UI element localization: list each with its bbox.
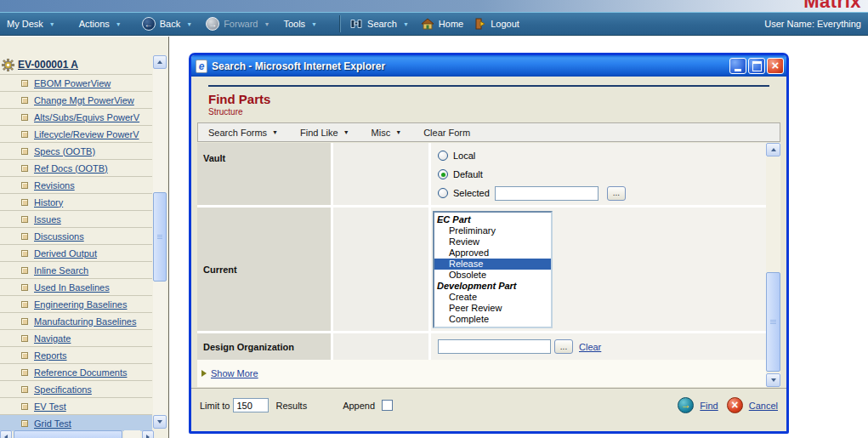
sidebar-item-ref-docs-ootb[interactable]: Ref Docs (OOTB) xyxy=(0,159,152,176)
dialog-vertical-scrollbar[interactable] xyxy=(766,143,780,387)
scroll-down-button[interactable] xyxy=(766,373,780,387)
sidebar-horizontal-scrollbar[interactable] xyxy=(0,430,154,438)
sidebar-item-used-in-baselines[interactable]: Used In Baselines xyxy=(0,278,152,295)
vault-radio-selected[interactable]: Selected ... xyxy=(438,184,759,202)
sidebar-link[interactable]: Derived Output xyxy=(34,248,97,259)
menu-misc[interactable]: Misc xyxy=(372,128,402,138)
show-more-link[interactable]: Show More xyxy=(211,368,258,378)
scrollbar-thumb[interactable] xyxy=(766,272,780,372)
sidebar-link[interactable]: Lifecycle/Review PowerV xyxy=(34,129,139,139)
sidebar-item-lifecycle-review[interactable]: Lifecycle/Review PowerV xyxy=(0,125,152,142)
sidebar-link[interactable]: Navigate xyxy=(34,333,71,344)
limit-input[interactable] xyxy=(233,398,269,412)
sidebar-item-issues[interactable]: Issues xyxy=(0,210,152,227)
sidebar-item-discussions[interactable]: Discussions xyxy=(0,227,152,244)
show-more[interactable]: Show More xyxy=(201,368,766,378)
menu-search-forms[interactable]: Search Forms xyxy=(208,128,278,138)
sidebar-link[interactable]: Specifications xyxy=(34,384,92,395)
sidebar-item-inline-search[interactable]: Inline Search xyxy=(0,261,152,278)
sidebar-link[interactable]: Ref Docs (OOTB) xyxy=(34,163,108,173)
menu-search[interactable]: Search xyxy=(349,18,409,30)
scroll-up-button[interactable] xyxy=(766,143,780,156)
scroll-down-button[interactable] xyxy=(153,415,167,429)
sidebar-link[interactable]: Specs (OOTB) xyxy=(34,146,95,156)
sidebar-item-history[interactable]: History xyxy=(0,193,152,210)
listbox-option[interactable]: Peer Review xyxy=(434,303,551,314)
sidebar-item-specs-ootb[interactable]: Specs (OOTB) xyxy=(0,142,152,159)
sidebar-item-alts-subs-equivs[interactable]: Alts/Subs/Equivs PowerV xyxy=(0,108,152,125)
find-link[interactable]: Find xyxy=(700,401,718,411)
back-button[interactable]: ← Back xyxy=(142,17,192,31)
listbox-option[interactable]: Preliminary xyxy=(434,225,551,236)
sidebar-link[interactable]: Reference Documents xyxy=(34,367,127,378)
sidebar-link[interactable]: Issues xyxy=(34,214,61,225)
sidebar-item-specifications[interactable]: Specifications xyxy=(0,380,152,397)
sidebar-item-change-mgt-powerview[interactable]: Change Mgt PowerView xyxy=(0,91,152,108)
scrollbar-track[interactable] xyxy=(124,430,140,438)
sidebar-item-ev-test[interactable]: EV Test xyxy=(0,397,152,414)
listbox-option[interactable]: Create xyxy=(434,292,551,303)
menu-tools[interactable]: Tools xyxy=(283,19,317,29)
sidebar-link[interactable]: Engineering Baselines xyxy=(34,299,127,310)
scrollbar-thumb[interactable] xyxy=(153,192,167,282)
sidebar-item-grid-test[interactable]: Grid Test xyxy=(0,414,152,431)
cancel-link[interactable]: Cancel xyxy=(749,401,778,411)
cancel-button[interactable]: Cancel xyxy=(727,397,778,413)
sidebar-link[interactable]: EBOM PowerView xyxy=(34,78,111,88)
sidebar-link[interactable]: History xyxy=(34,197,63,208)
dialog-titlebar[interactable]: Search - Microsoft Internet Explorer xyxy=(191,55,786,77)
scrollbar-track[interactable] xyxy=(766,156,780,373)
listbox-option[interactable]: Approved xyxy=(434,247,551,259)
menu-actions[interactable]: Actions xyxy=(79,19,122,29)
append-checkbox[interactable] xyxy=(382,400,393,411)
sidebar-link[interactable]: Alts/Subs/Equivs PowerV xyxy=(34,112,139,122)
sidebar-vertical-scrollbar[interactable] xyxy=(153,55,167,429)
close-button[interactable] xyxy=(767,58,784,74)
sidebar-link[interactable]: Manufacturing Baselines xyxy=(34,316,136,327)
listbox-option[interactable]: Obsolete xyxy=(434,270,551,281)
sidebar-item-root[interactable]: EV-000001 A xyxy=(0,55,152,74)
current-state-listbox[interactable]: EC Part Preliminary Review Approved Rele… xyxy=(433,211,553,328)
sidebar-item-ebom-powerview[interactable]: EBOM PowerView xyxy=(0,74,152,91)
menu-clear-form[interactable]: Clear Form xyxy=(423,128,470,138)
sidebar-link[interactable]: Used In Baselines xyxy=(34,282,110,293)
sidebar-item-reference-documents[interactable]: Reference Documents xyxy=(0,363,152,380)
vault-browse-button[interactable]: ... xyxy=(607,186,626,201)
sidebar-root-link[interactable]: EV-000001 A xyxy=(18,59,78,71)
sidebar-item-revisions[interactable]: Revisions xyxy=(0,176,152,193)
vault-radio-local[interactable]: Local xyxy=(438,146,759,165)
sidebar-item-derived-output[interactable]: Derived Output xyxy=(0,244,152,261)
sidebar-link[interactable]: Revisions xyxy=(34,180,75,191)
sidebar-link[interactable]: Grid Test xyxy=(34,418,71,429)
sidebar-item-navigate[interactable]: Navigate xyxy=(0,329,152,346)
scroll-right-button[interactable] xyxy=(142,430,154,438)
listbox-option[interactable]: Review xyxy=(434,236,551,247)
sidebar-link[interactable]: Change Mgt PowerView xyxy=(34,95,134,105)
menu-find-like[interactable]: Find Like xyxy=(300,128,349,138)
find-button[interactable]: Find xyxy=(678,397,718,413)
sidebar-link[interactable]: EV Test xyxy=(34,401,66,412)
clear-link[interactable]: Clear xyxy=(579,342,601,352)
sidebar-item-engineering-baselines[interactable]: Engineering Baselines xyxy=(0,295,152,312)
sidebar-link[interactable]: Discussions xyxy=(34,231,84,242)
scroll-left-button[interactable] xyxy=(0,430,12,438)
menu-my-desk[interactable]: My Desk xyxy=(7,19,55,29)
vault-selected-input[interactable] xyxy=(495,186,599,201)
sidebar-link[interactable]: Reports xyxy=(34,350,67,361)
logout-button[interactable]: Logout xyxy=(475,18,519,30)
vault-radio-default[interactable]: Default xyxy=(438,165,759,184)
design-organization-browse-button[interactable]: ... xyxy=(554,339,573,354)
listbox-option[interactable]: Complete xyxy=(434,314,551,325)
home-button[interactable]: Home xyxy=(421,18,463,30)
minimize-button[interactable] xyxy=(729,58,746,74)
forward-button[interactable]: → Forward xyxy=(206,17,269,31)
maximize-button[interactable] xyxy=(748,58,765,74)
sidebar-item-manufacturing-baselines[interactable]: Manufacturing Baselines xyxy=(0,312,152,329)
scroll-up-button[interactable] xyxy=(153,55,167,69)
design-organization-input[interactable] xyxy=(438,339,551,354)
scrollbar-thumb[interactable] xyxy=(14,430,122,438)
sidebar-link[interactable]: Inline Search xyxy=(34,265,88,276)
scrollbar-track[interactable] xyxy=(153,69,167,415)
sidebar-item-reports[interactable]: Reports xyxy=(0,346,152,363)
listbox-option-selected[interactable]: Release xyxy=(434,259,551,270)
